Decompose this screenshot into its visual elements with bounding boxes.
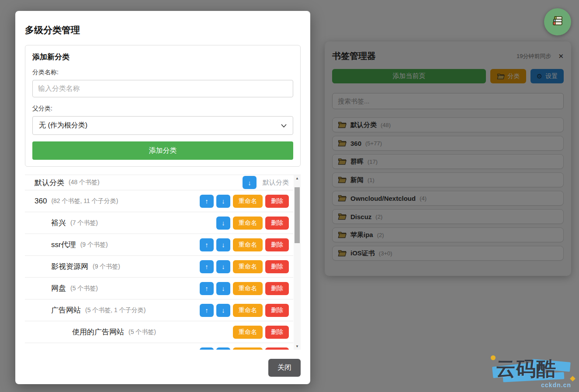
category-count: (5 个书签) <box>70 285 98 292</box>
rename-button[interactable]: 重命名 <box>233 217 263 230</box>
delete-button[interactable]: 删除 <box>265 304 289 317</box>
category-list: 默认分类(48 个书签)↓默认分类360(82 个书签, 11 个子分类)↑↓重… <box>25 175 301 350</box>
category-row: 360(82 个书签, 11 个子分类)↑↓重命名删除 <box>25 190 293 212</box>
category-row-actions: ↑↓重命名删除 <box>200 282 289 295</box>
move-down-button[interactable]: ↓ <box>243 176 257 189</box>
delete-button[interactable]: 删除 <box>265 326 289 339</box>
rename-button[interactable]: 重命名 <box>233 238 263 251</box>
category-count: (48 个书签) <box>69 179 100 186</box>
category-row-actions: ↓默认分类 <box>243 176 289 189</box>
category-count: (9 个书签) <box>93 263 120 271</box>
delete-button[interactable]: 删除 <box>265 347 289 350</box>
category-row-actions: ↑↓重命名删除 <box>200 238 289 251</box>
category-row-actions: ↓重命名删除 <box>216 217 289 230</box>
category-name: 默认分类 <box>35 178 64 188</box>
move-down-button[interactable]: ↓ <box>216 260 230 273</box>
modal-title: 多级分类管理 <box>25 24 301 36</box>
move-down-button[interactable]: ↓ <box>216 282 230 295</box>
watermark-title: 云码酷 <box>496 359 556 378</box>
category-name: 广告网站 <box>51 305 81 315</box>
category-management-modal: 多级分类管理 添加新分类 分类名称: 父分类: 无 (作为根分类) 添加分类 默… <box>15 11 310 384</box>
watermark-dot <box>570 376 576 382</box>
watermark-subtitle: cckdn.cn <box>541 382 571 389</box>
close-modal-button[interactable]: 关闭 <box>268 359 301 377</box>
category-row: ↑↓重命名删除 <box>25 343 293 350</box>
move-up-button[interactable]: ↑ <box>200 347 214 350</box>
parent-category-selected-value: 无 (作为根分类) <box>39 121 87 130</box>
move-up-button[interactable]: ↑ <box>200 195 214 208</box>
category-row-actions: ↑↓重命名删除 <box>200 304 289 317</box>
category-row-actions: 重命名删除 <box>233 326 289 339</box>
rename-button[interactable]: 重命名 <box>233 347 263 350</box>
move-down-button[interactable]: ↓ <box>216 347 230 350</box>
delete-button[interactable]: 删除 <box>265 282 289 295</box>
category-row: 使用的广告网站(5 个书签)重命名删除 <box>25 321 293 343</box>
category-count: (9 个书签) <box>80 241 108 249</box>
move-up-button[interactable]: ↑ <box>200 304 214 317</box>
scroll-thumb[interactable] <box>295 187 300 243</box>
scroll-down-button[interactable]: ▼ <box>294 343 301 350</box>
modal-footer: 关闭 <box>25 359 301 377</box>
move-up-button[interactable]: ↑ <box>200 238 214 251</box>
category-row: 网盘(5 个书签)↑↓重命名删除 <box>25 278 293 299</box>
category-row: 广告网站(5 个书签, 1 个子分类)↑↓重命名删除 <box>25 299 293 321</box>
move-down-button[interactable]: ↓ <box>216 238 230 251</box>
add-category-title: 添加新分类 <box>32 52 293 62</box>
category-name-label: 分类名称: <box>32 69 293 76</box>
category-name: 影视资源网 <box>51 261 88 272</box>
rename-button[interactable]: 重命名 <box>233 260 263 273</box>
move-up-button[interactable]: ↑ <box>200 260 214 273</box>
category-row: ssr代理(9 个书签)↑↓重命名删除 <box>25 234 293 256</box>
move-down-button[interactable]: ↓ <box>216 195 230 208</box>
rename-button[interactable]: 重命名 <box>233 282 263 295</box>
books-icon <box>551 15 565 28</box>
rename-button[interactable]: 重命名 <box>233 195 263 208</box>
category-row-actions: ↑↓重命名删除 <box>200 347 289 350</box>
category-name: 使用的广告网站 <box>72 327 124 337</box>
move-down-button[interactable]: ↓ <box>216 304 230 317</box>
category-name: 裕兴 <box>51 218 66 228</box>
delete-button[interactable]: 删除 <box>265 260 289 273</box>
category-name: 网盘 <box>51 283 66 293</box>
move-down-button[interactable]: ↓ <box>216 217 230 230</box>
bookmark-extension-fab[interactable] <box>544 8 571 35</box>
category-count: (5 个书签) <box>128 328 156 336</box>
watermark: 云码酷 cckdn.cn <box>490 353 576 390</box>
category-row-actions: ↑↓重命名删除 <box>200 260 289 273</box>
category-count: (5 个书签, 1 个子分类) <box>85 306 146 314</box>
delete-button[interactable]: 删除 <box>265 217 289 230</box>
scrollbar[interactable]: ▲ ▼ <box>294 175 301 350</box>
rename-button[interactable]: 重命名 <box>233 304 263 317</box>
watermark-dot <box>491 355 496 360</box>
category-row: 裕兴(7 个书签)↓重命名删除 <box>25 212 293 234</box>
delete-button[interactable]: 删除 <box>265 195 289 208</box>
delete-button[interactable]: 删除 <box>265 238 289 251</box>
chevron-down-icon <box>281 124 287 127</box>
parent-category-select[interactable]: 无 (作为根分类) <box>32 116 293 135</box>
rename-button[interactable]: 重命名 <box>233 326 263 339</box>
category-name-input[interactable] <box>32 80 293 97</box>
scroll-up-button[interactable]: ▲ <box>294 175 301 182</box>
add-category-section: 添加新分类 分类名称: 父分类: 无 (作为根分类) 添加分类 <box>25 45 301 167</box>
category-name: 360 <box>35 197 47 206</box>
category-count: (82 个书签, 11 个子分类) <box>51 197 118 205</box>
category-name: ssr代理 <box>51 240 76 250</box>
category-row: 影视资源网(9 个书签)↑↓重命名删除 <box>25 256 293 278</box>
default-category-note: 默认分类 <box>263 179 289 187</box>
category-count: (7 个书签) <box>70 219 98 227</box>
category-rows: 默认分类(48 个书签)↓默认分类360(82 个书签, 11 个子分类)↑↓重… <box>25 175 293 350</box>
parent-category-label: 父分类: <box>32 105 293 113</box>
category-row: 默认分类(48 个书签)↓默认分类 <box>25 175 293 190</box>
move-up-button[interactable]: ↑ <box>200 282 214 295</box>
category-row-actions: ↑↓重命名删除 <box>200 195 289 208</box>
add-category-button[interactable]: 添加分类 <box>32 141 293 160</box>
